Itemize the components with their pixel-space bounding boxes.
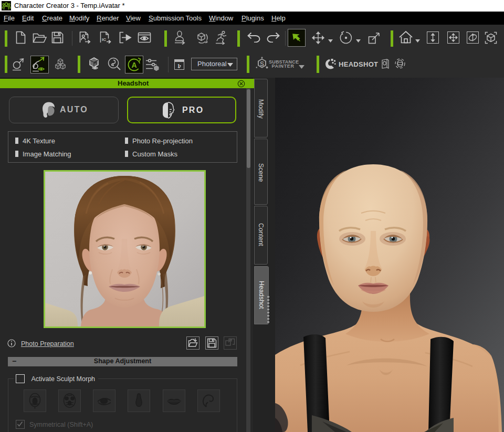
svg-text:A: A <box>132 61 137 69</box>
svg-text:S: S <box>260 60 264 68</box>
svg-text:IC: IC <box>102 37 106 42</box>
